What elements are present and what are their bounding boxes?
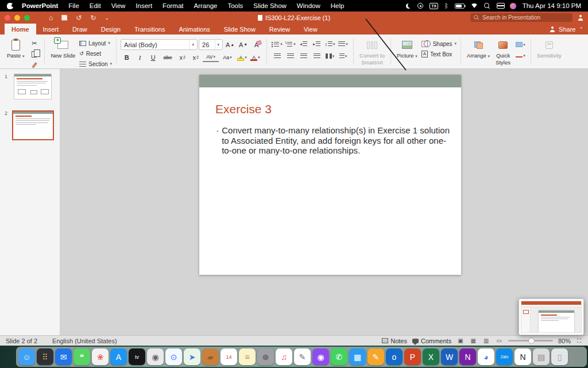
align-center-button[interactable] bbox=[284, 51, 296, 61]
dock-notion-icon[interactable]: N bbox=[514, 348, 531, 365]
increase-font-button[interactable]: A▲ bbox=[224, 40, 236, 49]
paste-button[interactable]: Paste ▾ bbox=[5, 37, 26, 60]
font-name-select[interactable]: Arial (Body)▾ bbox=[121, 39, 198, 50]
tab-review[interactable]: Review bbox=[262, 24, 297, 34]
align-right-button[interactable] bbox=[297, 51, 310, 61]
menu-insert[interactable]: Insert bbox=[130, 2, 157, 9]
reset-button[interactable]: ↺Reset bbox=[79, 49, 112, 58]
dock-launchpad-icon[interactable]: ⠿ bbox=[37, 348, 53, 365]
comments-button[interactable]: Comments bbox=[412, 336, 451, 346]
dock-outlook-icon[interactable]: o bbox=[386, 348, 403, 365]
bluetooth-icon[interactable]: ᛒ bbox=[444, 3, 448, 9]
dock-mail-icon[interactable]: ✉ bbox=[55, 348, 72, 365]
normal-view-button[interactable]: ▣ bbox=[457, 338, 464, 344]
spotlight-icon[interactable] bbox=[484, 3, 490, 9]
dock-word-icon[interactable]: W bbox=[441, 348, 458, 365]
notes-button[interactable]: Notes bbox=[382, 336, 407, 346]
menu-view[interactable]: View bbox=[106, 2, 131, 9]
menu-window[interactable]: Window bbox=[292, 2, 326, 9]
dock-finder-icon[interactable]: ☺ bbox=[18, 348, 35, 365]
tab-view[interactable]: View bbox=[297, 24, 324, 34]
text-direction-button[interactable]: ▾ bbox=[337, 39, 349, 49]
shape-fill-button[interactable]: ▾ bbox=[514, 40, 527, 49]
shape-outline-button[interactable]: ▾ bbox=[514, 51, 527, 60]
menu-edit[interactable]: Edit bbox=[84, 2, 106, 9]
control-center-icon[interactable] bbox=[497, 3, 504, 9]
underline-button[interactable]: U bbox=[147, 52, 159, 62]
dock-powerpoint-icon[interactable]: P bbox=[404, 348, 421, 365]
close-window-button[interactable] bbox=[5, 15, 10, 21]
dock-keynote-icon[interactable]: ▦ bbox=[349, 348, 366, 365]
convert-to-smartart-button[interactable]: Convert to SmartArt bbox=[358, 37, 386, 67]
dock-trash-icon[interactable]: ▯ bbox=[551, 348, 568, 365]
dock-maps-icon[interactable]: ➤ bbox=[184, 348, 200, 365]
cut-button[interactable]: ✂ bbox=[28, 39, 40, 48]
tab-animations[interactable]: Animations bbox=[172, 24, 216, 34]
redo-icon[interactable]: ↻ bbox=[90, 14, 96, 22]
fit-slide-button[interactable]: ⛶ bbox=[576, 338, 582, 344]
numbering-button[interactable]: ▾ bbox=[284, 39, 296, 49]
screen-record-icon[interactable] bbox=[417, 3, 423, 9]
dock-zalo-icon[interactable]: Zalo bbox=[496, 348, 513, 365]
slide-thumbnail-1[interactable] bbox=[14, 74, 52, 99]
align-left-button[interactable] bbox=[271, 51, 283, 61]
tab-slide-show[interactable]: Slide Show bbox=[217, 24, 262, 34]
quick-styles-button[interactable]: Quick Styles bbox=[494, 37, 512, 67]
font-size-select[interactable]: 26▾ bbox=[199, 39, 223, 50]
siri-icon[interactable] bbox=[510, 3, 516, 9]
menu-tools[interactable]: Tools bbox=[222, 2, 248, 9]
dock-chrome-icon[interactable]: ◕ bbox=[478, 348, 494, 365]
zoom-window-button[interactable] bbox=[24, 15, 30, 21]
dock-folder-icon[interactable]: ▰ bbox=[202, 348, 219, 365]
italic-button[interactable]: I bbox=[134, 52, 146, 62]
input-source-icon[interactable]: TX bbox=[430, 3, 438, 9]
text-highlight-button[interactable]: A▾ bbox=[236, 52, 248, 62]
menu-arrange[interactable]: Arrange bbox=[189, 2, 223, 9]
tab-transitions[interactable]: Transitions bbox=[127, 24, 172, 34]
menu-powerpoint[interactable]: PowerPoint bbox=[17, 2, 63, 9]
dock-excel-icon[interactable]: X bbox=[423, 348, 439, 365]
tab-design[interactable]: Design bbox=[94, 24, 127, 34]
dock-messages-icon[interactable]: ❝ bbox=[74, 348, 90, 365]
zoom-slider[interactable] bbox=[508, 340, 553, 342]
strikethrough-button[interactable]: abe bbox=[160, 52, 175, 62]
slide-editor[interactable]: Exercise 3 ▪ Convert many-to-many relati… bbox=[199, 75, 461, 275]
dock-music-icon[interactable]: ♫ bbox=[276, 348, 292, 365]
slide-body-text[interactable]: ▪ Convert many-to-many relationship(s) i… bbox=[216, 125, 452, 156]
undo-icon[interactable]: ↺ bbox=[76, 14, 82, 22]
toolbar-overflow-chevron-icon[interactable]: ⌄ bbox=[105, 15, 109, 21]
dock-system-settings-icon[interactable]: ⊛ bbox=[257, 348, 274, 365]
zoom-slider-knob[interactable] bbox=[528, 338, 535, 344]
increase-indent-button[interactable]: ▸ bbox=[311, 39, 323, 49]
minimize-window-button[interactable] bbox=[14, 15, 20, 21]
shapes-button[interactable]: Shapes▾ bbox=[421, 39, 457, 48]
picture-button[interactable]: Picture ▾ bbox=[395, 37, 419, 60]
dock-photos-icon[interactable]: ❀ bbox=[92, 348, 109, 365]
focus-moon-icon[interactable] bbox=[406, 3, 411, 9]
slide-title-text[interactable]: Exercise 3 bbox=[215, 102, 461, 116]
menu-format[interactable]: Format bbox=[157, 2, 188, 9]
pip-preview-window[interactable] bbox=[519, 298, 584, 335]
dock-minimized-window-icon[interactable]: ▤ bbox=[533, 348, 550, 365]
dock-app-store-icon[interactable]: A bbox=[110, 348, 127, 365]
slide-thumbnail-2[interactable] bbox=[12, 110, 54, 140]
dock-calendar-icon[interactable]: 14 bbox=[220, 348, 237, 365]
layout-button[interactable]: Layout▾ bbox=[79, 39, 112, 48]
tab-draw[interactable]: Draw bbox=[65, 24, 94, 34]
dock-onenote-icon[interactable]: N bbox=[459, 348, 476, 365]
save-icon[interactable] bbox=[61, 15, 67, 21]
character-spacing-button[interactable]: AV▾ bbox=[203, 52, 219, 62]
dock-notes-icon[interactable]: ≡ bbox=[239, 348, 256, 365]
dock-textedit-icon[interactable]: ✎ bbox=[294, 348, 311, 365]
wifi-icon[interactable] bbox=[471, 3, 478, 8]
share-button[interactable]: Share ⌃ bbox=[550, 24, 583, 34]
line-spacing-button[interactable]: ↕▾ bbox=[324, 39, 336, 49]
dock-podcasts-icon[interactable]: ◉ bbox=[312, 348, 329, 365]
slideshow-view-button[interactable]: ▭ bbox=[496, 338, 503, 344]
arrange-button[interactable]: Arrange ▾ bbox=[465, 37, 492, 60]
menu-clock[interactable]: Thu Apr 14 9:10 PM bbox=[523, 2, 581, 9]
change-case-button[interactable]: Aa▾ bbox=[220, 52, 235, 62]
slide-sorter-view-button[interactable]: ▦ bbox=[470, 338, 477, 344]
align-text-button[interactable]: ▾ bbox=[337, 51, 349, 61]
decrease-font-button[interactable]: A▼ bbox=[237, 40, 249, 49]
